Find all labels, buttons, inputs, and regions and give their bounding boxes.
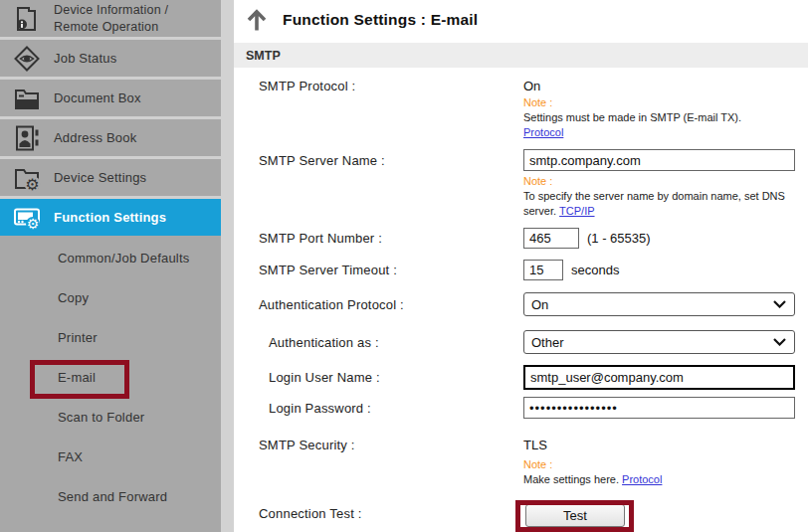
smtp-timeout-unit: seconds [571,263,619,277]
svg-text:⚙: ⚙ [25,174,39,193]
sidebar-item-job-status[interactable]: Job Status [0,40,221,77]
protocol-link-2[interactable]: Protocol [622,473,662,485]
sidebar-subitem-common-job-defaults[interactable]: Common/Job Defaults [0,239,221,278]
sidebar-subitem-copy[interactable]: Copy [0,278,221,318]
auth-as-select[interactable]: Other [523,330,795,354]
smtp-section-title: SMTP [246,49,281,63]
sidebar-subitem-fax[interactable]: FAX [0,438,221,477]
sidebar-divider [221,0,234,532]
smtp-protocol-label: SMTP Protocol : [259,79,355,93]
smtp-protocol-value: On [523,79,540,93]
auth-protocol-label: Authentication Protocol : [259,297,404,312]
note2-text-line1: To specify the server name by domain nam… [523,190,785,202]
smtp-port-range: (1 - 65535) [587,231,651,246]
document-box-icon [12,84,42,113]
address-book-icon [12,123,42,153]
job-status-icon [12,44,42,74]
protocol-link[interactable]: Protocol [523,126,563,138]
auth-as-selected: Other [531,335,564,350]
sidebar-item-label: Device Information /Remote Operation [54,2,168,36]
auth-as-label: Authentication as : [269,335,379,350]
page-header: Function Settings : E-mail [244,7,478,33]
svg-text:⚙: ⚙ [27,216,40,232]
smtp-server-name-input[interactable] [523,149,795,171]
login-password-input[interactable] [523,397,795,419]
sidebar-item-function-settings[interactable]: ⚙ Function Settings [0,199,221,236]
device-settings-icon: ⚙ [12,163,42,193]
sidebar-item-label: Function Settings [54,210,166,225]
note1-title: Note : [523,96,552,108]
auth-protocol-select[interactable]: On [523,292,795,316]
test-button[interactable]: Test [525,504,625,527]
connection-test-label: Connection Test : [259,506,362,521]
up-arrow-icon[interactable] [244,7,270,33]
note1-text: Settings must be made in SMTP (E-mail TX… [523,111,741,123]
sidebar-subitem-send-and-forward[interactable]: Send and Forward [0,477,221,517]
sidebar-subitem-email[interactable]: E-mail [0,358,221,398]
smtp-security-label: SMTP Security : [259,438,355,452]
tcpip-link[interactable]: TCP/IP [559,205,594,217]
note2-text-line2: server. TCP/IP [523,205,595,217]
sidebar-item-address-book[interactable]: Address Book [0,119,221,156]
function-settings-icon: ⚙ [12,203,42,233]
note3-text: Make settings here. Protocol [523,473,662,485]
chevron-down-icon [773,338,786,346]
smtp-port-label: SMTP Port Number : [259,231,382,246]
auth-protocol-selected: On [531,297,548,312]
sidebar-subitem-scan-to-folder[interactable]: Scan to Folder [0,398,221,438]
sidebar-item-label: Document Box [54,90,141,105]
page-title: Function Settings : E-mail [283,11,478,29]
device-info-icon [12,4,42,34]
smtp-timeout-label: SMTP Server Timeout : [259,263,397,277]
login-user-input[interactable] [523,365,795,390]
sidebar-item-label: Device Settings [54,170,146,185]
chevron-down-icon [773,300,786,308]
sidebar-item-device-information[interactable]: Device Information /Remote Operation [0,0,221,37]
sidebar-item-label: Job Status [54,51,116,66]
main-content: Function Settings : E-mail SMTP SMTP Pro… [234,0,808,532]
smtp-server-name-label: SMTP Server Name : [259,153,385,168]
sidebar-subitem-printer[interactable]: Printer [0,318,221,358]
smtp-security-value: TLS [523,438,547,452]
function-settings-submenu: Common/Job Defaults Copy Printer E-mail … [0,236,221,532]
smtp-port-input[interactable] [523,228,579,249]
smtp-timeout-input[interactable] [523,260,563,280]
login-password-label: Login Password : [269,401,371,416]
sidebar: Device Information /Remote Operation Job… [0,0,221,532]
smtp-section-bar: SMTP [234,43,808,68]
sidebar-item-document-box[interactable]: Document Box [0,80,221,116]
sidebar-item-device-settings[interactable]: ⚙ Device Settings [0,159,221,196]
login-user-label: Login User Name : [269,370,380,385]
note3-title: Note : [523,458,552,470]
note2-title: Note : [523,175,552,187]
sidebar-item-label: Address Book [54,130,136,145]
